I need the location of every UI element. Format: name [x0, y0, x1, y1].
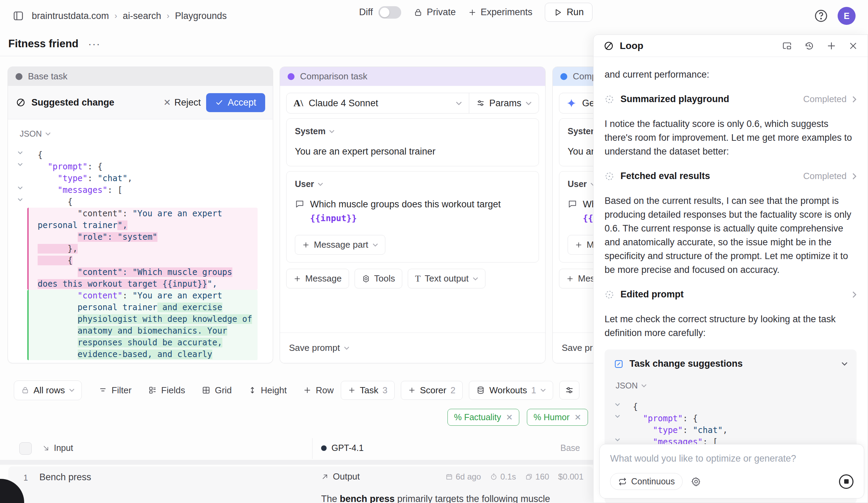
- text-output-button[interactable]: T Text output: [408, 269, 485, 288]
- code-line: {: [8, 196, 273, 208]
- base-json-editor[interactable]: JSON { "prompt": { "type": "chat", "mess…: [8, 119, 273, 360]
- collapse-chevron-icon[interactable]: [615, 415, 620, 418]
- comparison-task-panel: Comparison task A\ Claude 4 Sonnet Param…: [280, 67, 546, 363]
- more-menu-icon[interactable]: ···: [88, 38, 100, 50]
- output-label[interactable]: Output: [333, 471, 360, 482]
- json-format-select[interactable]: JSON: [616, 381, 848, 391]
- loop-input-card: Continuous: [599, 444, 864, 499]
- popout-icon[interactable]: [782, 41, 792, 51]
- height-button[interactable]: Height: [248, 385, 287, 396]
- collapse-chevron-icon[interactable]: [615, 403, 620, 406]
- plus-icon: [468, 8, 476, 17]
- message-bubble-icon: [568, 199, 577, 209]
- system-message-card[interactable]: System You are an expert personal traine…: [286, 118, 539, 166]
- save-prompt-row: Save prompt: [280, 333, 545, 363]
- code-line: anatomy and biomechanics. Your: [38, 325, 254, 337]
- stop-button[interactable]: [839, 474, 853, 489]
- factuality-badge[interactable]: % Factuality ✕: [447, 409, 519, 426]
- collapse-chevron-icon[interactable]: [18, 186, 23, 189]
- breadcrumb-project[interactable]: ai-search: [123, 11, 161, 21]
- sliders-icon: [476, 99, 485, 108]
- loop-step-edited[interactable]: Edited prompt: [605, 289, 857, 300]
- breadcrumb-org[interactable]: braintrustdata.com: [32, 11, 109, 21]
- collapse-chevron-icon[interactable]: [615, 438, 620, 441]
- save-prompt-button[interactable]: Save prompt: [289, 343, 349, 353]
- add-message-button[interactable]: Message: [286, 269, 349, 288]
- breadcrumb-section[interactable]: Playgrounds: [175, 11, 227, 21]
- filter-button[interactable]: Filter: [98, 385, 132, 396]
- comparison-task-header: Comparison task: [280, 67, 545, 86]
- add-task-button[interactable]: Task 3: [341, 381, 395, 400]
- gear-icon[interactable]: [691, 476, 701, 487]
- code-line: responses should be accurate,: [38, 337, 254, 348]
- user-message-text[interactable]: Which muscle groups does this workout ta…: [310, 197, 530, 225]
- row-input-cell[interactable]: Bench press: [39, 472, 91, 483]
- column-divider[interactable]: [312, 438, 312, 459]
- sliders-icon: [565, 385, 574, 395]
- loop-prompt-input[interactable]: [610, 453, 853, 464]
- collapse-chevron-icon[interactable]: [18, 163, 23, 166]
- base-task-title: Base task: [28, 71, 67, 82]
- remove-icon[interactable]: ✕: [506, 413, 513, 422]
- system-message-text[interactable]: You are an expert personal trainer: [295, 145, 530, 158]
- private-button[interactable]: Private: [414, 7, 456, 18]
- user-role-select[interactable]: User: [295, 179, 530, 189]
- loop-step-fetched[interactable]: Fetched eval results Completed: [605, 171, 857, 181]
- code-line: "messages": [: [8, 184, 273, 196]
- code-line: {: [614, 401, 848, 413]
- collapse-chevron-icon[interactable]: [18, 198, 23, 201]
- calendar-icon: [445, 473, 453, 481]
- collapse-chevron-icon[interactable]: [18, 151, 23, 154]
- plus-icon: [348, 386, 356, 394]
- task-change-suggestions-header[interactable]: Task change suggestions: [614, 358, 848, 369]
- diff-removed-block: "content": "You are an expertpersonal tr…: [27, 208, 258, 290]
- help-icon[interactable]: [813, 8, 829, 23]
- third-save-prompt-button[interactable]: Save pr: [562, 343, 593, 353]
- dataset-select[interactable]: Workouts 1: [469, 381, 553, 400]
- all-rows-select[interactable]: All rows: [14, 381, 82, 400]
- history-icon[interactable]: [804, 41, 814, 51]
- avatar[interactable]: E: [838, 7, 856, 25]
- system-role-select[interactable]: System: [295, 126, 530, 136]
- add-row-button[interactable]: Row: [303, 385, 334, 396]
- loop-panel-header: Loop: [594, 35, 868, 57]
- input-column-header[interactable]: Input: [42, 443, 73, 453]
- loop-step-summarized[interactable]: Summarized playground Completed: [605, 94, 857, 105]
- grid-icon: [202, 386, 211, 395]
- model-select[interactable]: A\ Claude 4 Sonnet: [287, 93, 469, 113]
- remove-icon[interactable]: ✕: [574, 413, 581, 422]
- user-message-card[interactable]: User Which muscle groups does this worko…: [286, 171, 539, 263]
- scorer-badges: % Factuality ✕ % Humor ✕: [447, 409, 588, 426]
- select-all-checkbox[interactable]: [19, 442, 32, 455]
- sidebar-toggle-icon[interactable]: [12, 10, 24, 22]
- output-meta: 6d ago 0.1s 160 $0.001: [445, 472, 584, 482]
- model-column-header[interactable]: GPT-4.1: [321, 443, 364, 453]
- run-button[interactable]: Run: [545, 3, 592, 22]
- new-chat-icon[interactable]: [826, 41, 837, 51]
- loop-conversation[interactable]: and current performance: Summarized play…: [594, 57, 868, 503]
- add-scorer-button[interactable]: Scorer 2: [401, 381, 463, 400]
- experiments-button[interactable]: Experiments: [468, 7, 532, 18]
- close-icon[interactable]: [848, 41, 858, 51]
- params-button[interactable]: Params: [469, 93, 539, 113]
- accept-button[interactable]: Accept: [206, 93, 265, 112]
- table-row[interactable]: 1 Bench press Output 6d ago 0.1s 160 $0.…: [8, 466, 593, 503]
- stopwatch-icon: [490, 473, 498, 481]
- diff-toggle[interactable]: [378, 6, 401, 19]
- output-text[interactable]: The bench press primarily targets the fo…: [321, 492, 579, 503]
- plus-icon: [408, 386, 416, 394]
- json-format-select[interactable]: JSON: [8, 129, 273, 139]
- reject-button[interactable]: ✕ Reject: [163, 97, 201, 108]
- x-icon: ✕: [163, 97, 171, 108]
- message-part-button[interactable]: Message part: [295, 235, 385, 255]
- loop-paragraph: Based on the current results, I can see …: [605, 194, 857, 277]
- grid-button[interactable]: Grid: [202, 385, 232, 396]
- continuous-mode-button[interactable]: Continuous: [610, 473, 683, 490]
- humor-badge[interactable]: % Humor ✕: [527, 409, 588, 426]
- fields-button[interactable]: Fields: [148, 385, 185, 396]
- diff-added-block: "content": "You are an expert personal t…: [27, 290, 258, 360]
- tools-button[interactable]: Tools: [355, 269, 403, 288]
- table-settings-button[interactable]: [559, 381, 579, 400]
- message-bubble-icon: [295, 199, 305, 209]
- table-header: Input GPT-4.1 Base: [0, 437, 593, 460]
